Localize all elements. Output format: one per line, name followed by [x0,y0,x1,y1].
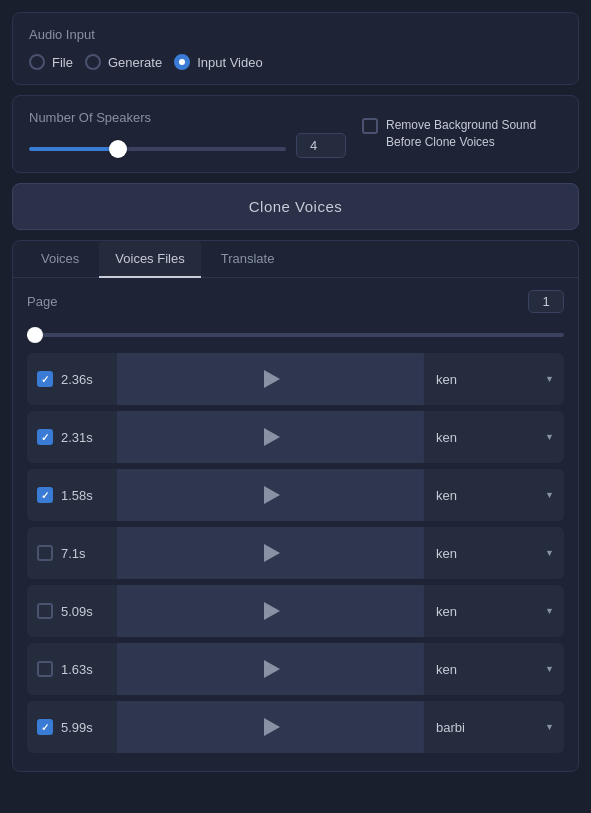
remove-background-checkbox[interactable] [362,118,378,134]
voice-row: 2.31skenbarbijohnsarah [27,411,564,463]
voice-checkbox[interactable] [37,371,53,387]
tab-voices-files[interactable]: Voices Files [99,241,200,278]
tab-translate[interactable]: Translate [205,241,291,278]
voice-checkbox[interactable] [37,487,53,503]
voice-rows-container: 2.36skenbarbijohnsarah2.31skenbarbijohns… [27,353,564,753]
play-icon [264,370,280,388]
radio-circle-file [29,54,45,70]
play-icon [264,718,280,736]
speakers-slider[interactable] [29,147,286,151]
voice-select[interactable]: kenbarbijohnsarah [424,654,564,685]
voice-select-wrapper: kenbarbijohnsarah [424,596,564,627]
voice-check-col: 1.63s [27,643,117,695]
voice-play-col[interactable] [117,527,423,579]
play-icon [264,602,280,620]
voice-select[interactable]: kenbarbijohnsarah [424,480,564,511]
voice-select[interactable]: kenbarbijohnsarah [424,712,564,743]
voice-checkbox[interactable] [37,603,53,619]
voice-checkbox[interactable] [37,661,53,677]
voice-checkbox[interactable] [37,545,53,561]
remove-background-label[interactable]: Remove Background Sound Before Clone Voi… [362,117,562,151]
voice-duration: 2.31s [61,430,93,445]
page-label: Page [27,294,57,309]
voice-row: 2.36skenbarbijohnsarah [27,353,564,405]
voice-select[interactable]: kenbarbijohnsarah [424,538,564,569]
voice-duration: 5.99s [61,720,93,735]
remove-background-text: Remove Background Sound Before Clone Voi… [386,117,562,151]
radio-circle-input-video [174,54,190,70]
voice-select-col: kenbarbijohnsarah [424,411,564,463]
voice-select[interactable]: kenbarbijohnsarah [424,596,564,627]
radio-file-label: File [52,55,73,70]
play-icon [264,486,280,504]
voice-select-col: kenbarbijohnsarah [424,701,564,753]
speakers-slider-container [29,137,286,155]
speakers-controls [29,133,346,158]
voice-duration: 1.63s [61,662,93,677]
voice-row: 1.63skenbarbijohnsarah [27,643,564,695]
speakers-number-input[interactable] [296,133,346,158]
voice-checkbox[interactable] [37,429,53,445]
tab-voices[interactable]: Voices [25,241,95,278]
voice-select-col: kenbarbijohnsarah [424,353,564,405]
page-slider-container [27,323,564,341]
audio-input-options: File Generate Input Video [29,54,562,70]
voice-select[interactable]: kenbarbijohnsarah [424,364,564,395]
voice-duration: 5.09s [61,604,93,619]
speakers-label: Number Of Speakers [29,110,346,125]
page-slider[interactable] [27,333,564,337]
speakers-section: Number Of Speakers [29,110,346,158]
radio-input-video-label: Input Video [197,55,263,70]
voice-check-col: 2.31s [27,411,117,463]
play-icon [264,428,280,446]
voice-play-col[interactable] [117,643,423,695]
voice-row: 5.99skenbarbijohnsarah [27,701,564,753]
voice-duration: 7.1s [61,546,86,561]
radio-generate-label: Generate [108,55,162,70]
voice-check-col: 2.36s [27,353,117,405]
radio-file[interactable]: File [29,54,73,70]
voice-play-col[interactable] [117,353,423,405]
voice-select-wrapper: kenbarbijohnsarah [424,712,564,743]
clone-voices-button[interactable]: Clone Voices [12,183,579,230]
play-icon [264,660,280,678]
voice-check-col: 5.99s [27,701,117,753]
speakers-panel: Number Of Speakers Remove Background Sou… [12,95,579,173]
voice-select-wrapper: kenbarbijohnsarah [424,480,564,511]
voice-row: 5.09skenbarbijohnsarah [27,585,564,637]
page-number: 1 [528,290,564,313]
voice-checkbox[interactable] [37,719,53,735]
speakers-row: Number Of Speakers Remove Background Sou… [29,110,562,158]
page-row: Page 1 [27,290,564,313]
voice-check-col: 7.1s [27,527,117,579]
radio-circle-generate [85,54,101,70]
voice-select-wrapper: kenbarbijohnsarah [424,654,564,685]
voice-play-col[interactable] [117,469,423,521]
voice-play-col[interactable] [117,411,423,463]
radio-generate[interactable]: Generate [85,54,162,70]
voice-select-wrapper: kenbarbijohnsarah [424,364,564,395]
voice-check-col: 5.09s [27,585,117,637]
play-icon [264,544,280,562]
radio-input-video[interactable]: Input Video [174,54,263,70]
voice-duration: 1.58s [61,488,93,503]
audio-input-title: Audio Input [29,27,562,42]
remove-background-section: Remove Background Sound Before Clone Voi… [362,117,562,151]
tab-content-voices-files: Page 1 2.36skenbarbijohnsarah2.31skenbar… [13,278,578,771]
voice-check-col: 1.58s [27,469,117,521]
voice-select-col: kenbarbijohnsarah [424,585,564,637]
voice-select-col: kenbarbijohnsarah [424,469,564,521]
tabs-container: Voices Voices Files Translate Page 1 2.3… [12,240,579,772]
audio-input-panel: Audio Input File Generate Input Video [12,12,579,85]
voice-play-col[interactable] [117,701,423,753]
voice-select-col: kenbarbijohnsarah [424,527,564,579]
voice-duration: 2.36s [61,372,93,387]
tabs-header: Voices Voices Files Translate [13,241,578,278]
voice-play-col[interactable] [117,585,423,637]
voice-select[interactable]: kenbarbijohnsarah [424,422,564,453]
voice-select-col: kenbarbijohnsarah [424,643,564,695]
voice-row: 7.1skenbarbijohnsarah [27,527,564,579]
voice-select-wrapper: kenbarbijohnsarah [424,422,564,453]
voice-row: 1.58skenbarbijohnsarah [27,469,564,521]
voice-select-wrapper: kenbarbijohnsarah [424,538,564,569]
